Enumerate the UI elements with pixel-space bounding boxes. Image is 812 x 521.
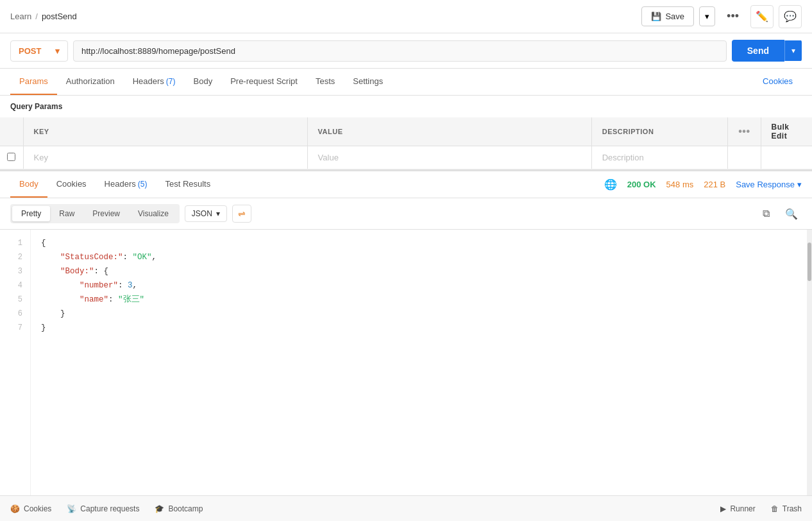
save-icon: 💾 (651, 12, 661, 21)
comment-button[interactable]: 💬 (779, 5, 802, 28)
code-line-1: { (41, 236, 797, 250)
method-select[interactable]: POST ▾ (10, 40, 68, 62)
vertical-scrollbar[interactable] (807, 230, 812, 495)
fmt-tab-preview[interactable]: Preview (83, 206, 129, 221)
status-trash[interactable]: 🗑 Trash (771, 504, 802, 513)
table-header-row: KEY VALUE DESCRIPTION ••• Bulk Edit (0, 117, 812, 146)
code-viewer: 1 2 3 4 5 6 7 { "StatusCode:": "OK", "Bo… (0, 230, 812, 495)
fmt-tab-raw[interactable]: Raw (50, 206, 83, 221)
code-line-4: "number": 3, (41, 278, 797, 293)
url-input[interactable] (73, 40, 727, 62)
status-capture[interactable]: 📡 Capture requests (67, 504, 139, 513)
bootcamp-label: Bootcamp (168, 504, 203, 513)
line-num-4: 4 (0, 278, 30, 293)
chevron-down-icon: ▾ (705, 12, 709, 21)
bootcamp-icon: 🎓 (155, 504, 164, 513)
brace-close-inner: } (60, 309, 65, 318)
send-chevron-icon: ▾ (791, 46, 795, 55)
top-bar-actions: 💾 Save ▾ ••• ✏️ 💬 (641, 5, 802, 28)
line-num-3: 3 (0, 264, 30, 278)
top-bar: Learn / postSend 💾 Save ▾ ••• ✏️ 💬 (0, 0, 812, 33)
url-bar: POST ▾ Send ▾ (0, 33, 812, 69)
runner-label: Runner (730, 504, 755, 513)
resp-tab-cookies[interactable]: Cookies (47, 171, 96, 198)
send-chevron-button[interactable]: ▾ (784, 40, 802, 61)
bulk-edit-button[interactable]: Bulk Edit (772, 123, 790, 141)
response-status: 200 OK (627, 180, 656, 189)
code-key-body: "Body:" (60, 267, 94, 276)
code-key-number: "number" (80, 281, 118, 290)
tab-prerequest[interactable]: Pre-request Script (221, 69, 307, 95)
search-button[interactable]: 🔍 (781, 203, 802, 224)
globe-icon: 🌐 (604, 178, 617, 191)
save-response-button[interactable]: Save Response ▾ (736, 180, 802, 189)
tab-authorization[interactable]: Authorization (57, 69, 124, 95)
code-val-number: 3 (128, 281, 133, 290)
capture-label: Capture requests (80, 504, 139, 513)
more-options-button[interactable]: ••• (720, 5, 745, 28)
resp-tab-test-results[interactable]: Test Results (156, 171, 219, 198)
more-icon: ••• (727, 10, 739, 22)
status-bootcamp[interactable]: 🎓 Bootcamp (155, 504, 203, 513)
th-actions: ••• (728, 117, 761, 146)
status-runner[interactable]: ▶ Runner (720, 504, 755, 513)
params-table: KEY VALUE DESCRIPTION ••• Bulk Edit Key (0, 117, 812, 169)
cookies-icon: 🍪 (10, 504, 20, 513)
tab-headers[interactable]: Headers(7) (124, 69, 185, 95)
format-chevron-icon: ▾ (216, 209, 220, 218)
format-tabs: Pretty Raw Preview Visualize (10, 204, 180, 223)
wrap-icon: ⇌ (238, 209, 246, 219)
response-section: Body Cookies Headers(5) Test Results 🌐 2… (0, 169, 812, 495)
description-cell: Description (591, 146, 728, 169)
status-cookies[interactable]: 🍪 Cookies (10, 504, 51, 513)
save-button[interactable]: 💾 Save (641, 6, 694, 26)
tab-tests[interactable]: Tests (307, 69, 344, 95)
save-response-chevron-icon: ▾ (797, 180, 802, 189)
scrollbar-thumb[interactable] (808, 243, 811, 281)
description-placeholder[interactable]: Description (602, 153, 644, 162)
response-tabs: Body Cookies Headers(5) Test Results 🌐 2… (0, 171, 812, 198)
th-value: VALUE (307, 117, 591, 146)
line-num-6: 6 (0, 307, 30, 321)
code-line-6: } (41, 307, 797, 321)
row-checkbox-input[interactable] (7, 153, 15, 161)
line-num-7: 7 (0, 321, 30, 335)
table-row: Key Value Description (0, 146, 812, 169)
code-line-5: "name": "张三" (41, 293, 797, 307)
row-checkbox[interactable] (0, 146, 23, 169)
th-description: DESCRIPTION (591, 117, 728, 146)
wrap-button[interactable]: ⇌ (232, 205, 251, 223)
key-placeholder[interactable]: Key (34, 153, 48, 162)
edit-button[interactable]: ✏️ (750, 5, 774, 28)
format-select[interactable]: JSON ▾ (185, 205, 227, 222)
copy-button[interactable]: ⧉ (756, 203, 776, 224)
edit-icon: ✏️ (756, 10, 768, 22)
breadcrumb-current: postSend (42, 12, 77, 21)
response-meta: 🌐 200 OK 548 ms 221 B Save Response ▾ (604, 178, 802, 191)
brace-open: { (41, 239, 46, 248)
tab-cookies[interactable]: Cookies (754, 69, 802, 95)
resp-tab-headers[interactable]: Headers(5) (96, 171, 156, 198)
breadcrumb-parent[interactable]: Learn (10, 12, 31, 21)
tab-body[interactable]: Body (185, 69, 222, 95)
comment-icon: 💬 (784, 10, 797, 22)
code-line-3: "Body:": { (41, 264, 797, 278)
value-placeholder[interactable]: Value (318, 153, 339, 162)
code-line-2: "StatusCode:": "OK", (41, 250, 797, 264)
tab-settings[interactable]: Settings (344, 69, 392, 95)
capture-icon: 📡 (67, 504, 76, 513)
resp-tab-body[interactable]: Body (10, 171, 47, 198)
column-more-icon[interactable]: ••• (738, 126, 750, 137)
save-chevron-button[interactable]: ▾ (699, 6, 715, 26)
row-bulk (761, 146, 812, 169)
send-button[interactable]: Send (732, 40, 784, 62)
fmt-tab-visualize[interactable]: Visualize (129, 206, 178, 221)
send-button-group: Send ▾ (732, 40, 802, 62)
format-actions: ⧉ 🔍 (756, 203, 802, 224)
line-num-5: 5 (0, 293, 30, 307)
trash-icon: 🗑 (771, 504, 779, 513)
fmt-tab-pretty[interactable]: Pretty (12, 206, 50, 221)
line-num-2: 2 (0, 250, 30, 264)
line-num-1: 1 (0, 236, 30, 250)
tab-params[interactable]: Params (10, 69, 57, 95)
